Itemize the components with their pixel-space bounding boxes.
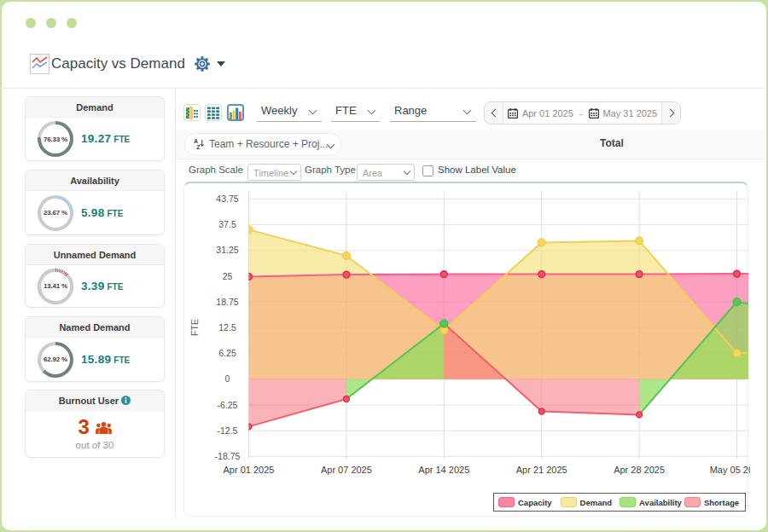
svg-text:12.5: 12.5 [218, 322, 236, 332]
svg-text:-6.25: -6.25 [218, 400, 238, 410]
svg-text:6.25: 6.25 [218, 348, 236, 358]
svg-text:Apr 28 2025: Apr 28 2025 [614, 465, 665, 475]
svg-text:FTE: FTE [189, 319, 200, 336]
svg-text:37.5: 37.5 [218, 219, 236, 229]
svg-text:Apr 14 2025: Apr 14 2025 [418, 465, 469, 475]
svg-text:18.75: 18.75 [216, 297, 238, 307]
svg-text:Apr 21 2025: Apr 21 2025 [516, 465, 567, 475]
svg-text:31.25: 31.25 [216, 245, 238, 255]
svg-text:Apr 01 2025: Apr 01 2025 [224, 465, 275, 475]
svg-text:43.75: 43.75 [216, 194, 238, 204]
svg-text:-12.5: -12.5 [218, 425, 238, 436]
svg-text:May 05 2025: May 05 2025 [710, 465, 750, 475]
svg-text:Z: Z [196, 144, 201, 149]
svg-text:-18.75: -18.75 [215, 451, 241, 461]
svg-text:0: 0 [225, 373, 230, 384]
svg-text:25: 25 [223, 271, 233, 281]
svg-text:Apr 07 2025: Apr 07 2025 [321, 465, 372, 475]
